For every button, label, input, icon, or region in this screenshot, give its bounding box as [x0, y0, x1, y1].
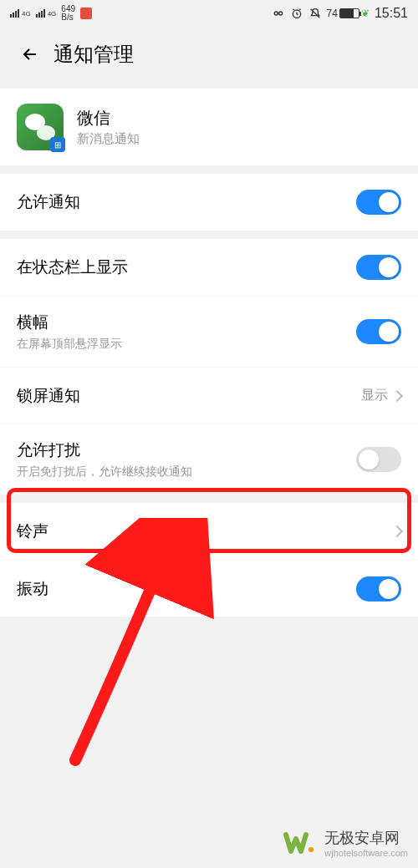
- row-allow-notifications[interactable]: 允许通知: [0, 174, 418, 231]
- svg-point-0: [274, 12, 278, 15]
- dnd-sub: 开启免打扰后，允许继续接收通知: [17, 464, 192, 480]
- status-right: 74 ❦ 15:51: [272, 6, 408, 21]
- chevron-right-icon: [391, 389, 403, 401]
- watermark-url: wjhotelsoftware.com: [324, 848, 408, 858]
- row-ringtone[interactable]: 铃声: [0, 503, 418, 560]
- network-speed: 649 B/s: [61, 5, 75, 22]
- toggle-dnd[interactable]: [356, 447, 401, 472]
- signal-2-icon: 4G: [36, 9, 57, 18]
- chevron-right-icon: [391, 525, 403, 537]
- status-bar: 4G 4G 649 B/s 74 ❦ 15:51: [0, 0, 418, 27]
- toggle-allow[interactable]: [356, 190, 401, 215]
- watermark: 无极安卓网 wjhotelsoftware.com: [283, 826, 408, 860]
- app-indicator-icon: [80, 8, 92, 19]
- signal-1-icon: 4G: [10, 9, 31, 18]
- watermark-text: 无极安卓网: [324, 828, 400, 848]
- vibrate-label: 振动: [17, 578, 48, 600]
- app-subtitle: 新消息通知: [77, 131, 140, 147]
- battery-indicator: 74 ❦: [327, 8, 370, 19]
- toggle-banner[interactable]: [356, 319, 401, 344]
- row-lockscreen[interactable]: 锁屏通知 显示: [0, 367, 418, 424]
- back-button[interactable]: [13, 38, 47, 71]
- statusbar-label: 在状态栏上显示: [17, 256, 128, 278]
- row-vibrate[interactable]: 振动: [0, 560, 418, 617]
- status-left: 4G 4G 649 B/s: [10, 5, 92, 22]
- watermark-logo-icon: [283, 826, 316, 860]
- toggle-vibrate[interactable]: [356, 576, 401, 602]
- clock: 15:51: [375, 6, 408, 21]
- arrow-left-icon: [20, 44, 40, 64]
- mute-icon: [308, 7, 322, 20]
- page-title: 通知管理: [54, 41, 134, 68]
- lockscreen-label: 锁屏通知: [17, 385, 80, 407]
- eye-icon: [272, 7, 285, 20]
- row-statusbar[interactable]: 在状态栏上显示: [0, 239, 418, 296]
- row-dnd[interactable]: 允许打扰 开启免打扰后，允许继续接收通知: [0, 424, 418, 495]
- toggle-statusbar[interactable]: [356, 255, 401, 280]
- banner-sub: 在屏幕顶部悬浮显示: [17, 337, 122, 352]
- lockscreen-value: 显示: [361, 387, 388, 404]
- page-header: 通知管理: [0, 27, 418, 82]
- banner-label: 横幅: [17, 312, 122, 333]
- row-banner[interactable]: 横幅 在屏幕顶部悬浮显示: [0, 296, 418, 367]
- app-info-section: ⊞ 微信 新消息通知: [0, 89, 418, 174]
- svg-point-4: [308, 847, 314, 852]
- leaf-icon: ❦: [361, 8, 370, 19]
- app-name: 微信: [77, 107, 140, 129]
- svg-point-1: [278, 12, 282, 15]
- ringtone-label: 铃声: [17, 520, 48, 542]
- wechat-app-icon: ⊞: [17, 104, 64, 150]
- dnd-label: 允许打扰: [17, 439, 192, 461]
- allow-label: 允许通知: [17, 191, 80, 213]
- alarm-icon: [290, 7, 303, 20]
- badge-icon: ⊞: [50, 137, 65, 152]
